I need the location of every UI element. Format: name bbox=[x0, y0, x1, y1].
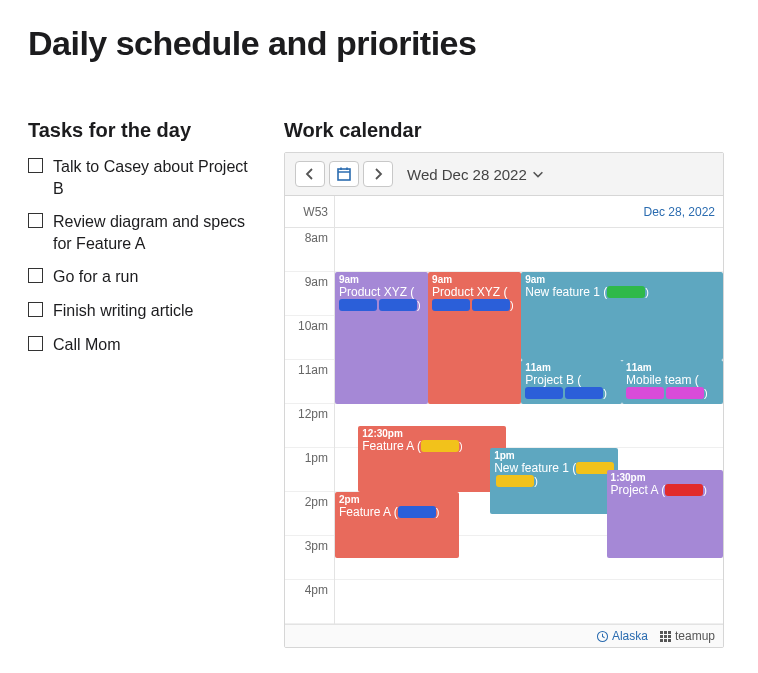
task-label: Review diagram and specs for Feature A bbox=[53, 211, 256, 254]
calendar-heading: Work calendar bbox=[284, 119, 730, 142]
chevron-down-icon bbox=[531, 167, 545, 181]
task-item: Go for a run bbox=[28, 266, 256, 288]
task-label: Go for a run bbox=[53, 266, 138, 288]
time-label: 9am bbox=[285, 272, 334, 316]
svg-rect-0 bbox=[338, 169, 350, 180]
category-pill bbox=[607, 286, 645, 298]
prev-button[interactable] bbox=[295, 161, 325, 187]
events-layer: 9amProduct XYZ ()Product XYZ9amProduct X… bbox=[335, 228, 723, 624]
calendar-event[interactable]: 1pmNew feature 1 ()New feature 1 bbox=[490, 448, 618, 514]
next-button[interactable] bbox=[363, 161, 393, 187]
page-title: Daily schedule and priorities bbox=[28, 24, 730, 63]
task-label: Finish writing article bbox=[53, 300, 193, 322]
timezone-label: Alaska bbox=[612, 629, 648, 643]
date-label: Wed Dec 28 2022 bbox=[407, 166, 527, 183]
task-label: Call Mom bbox=[53, 334, 121, 356]
tasks-heading: Tasks for the day bbox=[28, 119, 256, 142]
time-label: 1pm bbox=[285, 448, 334, 492]
event-title: Feature A ( bbox=[339, 505, 398, 519]
event-title: Product XYZ ( bbox=[339, 285, 414, 299]
date-picker[interactable]: Wed Dec 28 2022 bbox=[407, 166, 545, 183]
time-label: 10am bbox=[285, 316, 334, 360]
event-title: Mobile team ( bbox=[626, 373, 699, 387]
clock-icon bbox=[596, 630, 609, 643]
calendar-toolbar: Wed Dec 28 2022 bbox=[285, 153, 723, 196]
category-pill bbox=[565, 387, 603, 399]
time-label: 8am bbox=[285, 228, 334, 272]
chevron-left-icon bbox=[302, 166, 318, 182]
calendar-event[interactable]: 12:30pmFeature A ()Feature A bbox=[358, 426, 505, 492]
chevron-right-icon bbox=[370, 166, 386, 182]
event-title: Project B ( bbox=[525, 373, 581, 387]
calendar-event[interactable]: 9amProduct XYZ ()Product XYZ bbox=[428, 272, 521, 404]
category-pill bbox=[665, 484, 703, 496]
calendar-grid[interactable]: Dec 28, 2022 9amProduct XYZ ()Product XY… bbox=[335, 196, 723, 624]
event-title: Product XYZ ( bbox=[432, 285, 507, 299]
category-pill bbox=[666, 387, 704, 399]
brand-label: teamup bbox=[675, 629, 715, 643]
task-list: Talk to Casey about Project BReview diag… bbox=[28, 156, 256, 355]
task-item: Review diagram and specs for Feature A bbox=[28, 211, 256, 254]
category-pill bbox=[379, 299, 417, 311]
week-label: W53 bbox=[285, 196, 334, 228]
time-label: 12pm bbox=[285, 404, 334, 448]
calendar-panel: Work calendar Wed bbox=[284, 119, 730, 648]
time-label: 11am bbox=[285, 360, 334, 404]
category-pill bbox=[626, 387, 664, 399]
calendar-event[interactable]: 11amMobile team ()Mobile team bbox=[622, 360, 723, 404]
time-label: 4pm bbox=[285, 580, 334, 624]
time-label: 3pm bbox=[285, 536, 334, 580]
tasks-panel: Tasks for the day Talk to Casey about Pr… bbox=[28, 119, 256, 367]
brand-icon bbox=[660, 631, 671, 642]
task-item: Finish writing article bbox=[28, 300, 256, 322]
date-header: Dec 28, 2022 bbox=[335, 196, 723, 228]
category-pill bbox=[432, 299, 470, 311]
calendar-event[interactable]: 11amProject B ()Project B bbox=[521, 360, 622, 404]
category-pill bbox=[472, 299, 510, 311]
brand-link[interactable]: teamup bbox=[660, 629, 715, 643]
category-pill bbox=[398, 506, 436, 518]
event-title: Feature A ( bbox=[362, 439, 421, 453]
task-item: Talk to Casey about Project B bbox=[28, 156, 256, 199]
time-gutter: W53 8am9am10am11am12pm1pm2pm3pm4pm bbox=[285, 196, 335, 624]
task-label: Talk to Casey about Project B bbox=[53, 156, 256, 199]
task-checkbox[interactable] bbox=[28, 213, 43, 228]
category-pill bbox=[421, 440, 459, 452]
event-title: New feature 1 ( bbox=[494, 461, 576, 475]
category-pill bbox=[525, 387, 563, 399]
task-item: Call Mom bbox=[28, 334, 256, 356]
calendar-body: W53 8am9am10am11am12pm1pm2pm3pm4pm Dec 2… bbox=[285, 196, 723, 624]
event-title: Project A ( bbox=[611, 483, 666, 497]
task-checkbox[interactable] bbox=[28, 158, 43, 173]
task-checkbox[interactable] bbox=[28, 268, 43, 283]
calendar-widget: Wed Dec 28 2022 W53 8am9am10am11am12pm1p… bbox=[284, 152, 724, 648]
today-button[interactable] bbox=[329, 161, 359, 187]
calendar-event[interactable]: 9amProduct XYZ ()Product XYZ bbox=[335, 272, 428, 404]
calendar-event[interactable]: 2pmFeature A ()Feature A bbox=[335, 492, 459, 558]
calendar-event[interactable]: 9amNew feature 1 ()New feature 1 bbox=[521, 272, 723, 360]
event-title: New feature 1 ( bbox=[525, 285, 607, 299]
category-pill bbox=[496, 475, 534, 487]
category-pill bbox=[339, 299, 377, 311]
calendar-icon bbox=[336, 166, 352, 182]
calendar-footer: Alaska teamup bbox=[285, 624, 723, 647]
task-checkbox[interactable] bbox=[28, 336, 43, 351]
calendar-event[interactable]: 1:30pmProject A ()Project A bbox=[607, 470, 723, 558]
timezone-link[interactable]: Alaska bbox=[596, 629, 648, 643]
task-checkbox[interactable] bbox=[28, 302, 43, 317]
time-label: 2pm bbox=[285, 492, 334, 536]
